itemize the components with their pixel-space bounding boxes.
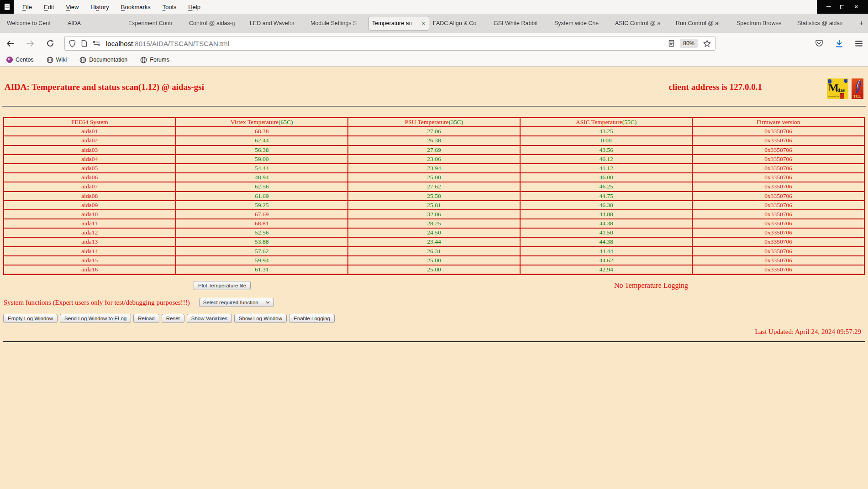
pocket-icon[interactable] <box>815 39 823 47</box>
table-cell: 44.62 <box>520 256 692 265</box>
bookmark-star-icon[interactable] <box>703 40 711 47</box>
logging-status: No Temperature Logging <box>614 281 688 290</box>
table-cell: 68.38 <box>176 127 348 136</box>
hamburger-menu-icon[interactable] <box>855 41 863 47</box>
table-cell: 26.31 <box>348 247 520 256</box>
table-header-row: FEE64 SystemVirtex Temperature(65C)PSU T… <box>4 118 865 127</box>
table-cell: 41.12 <box>520 164 692 173</box>
show-log-window-button[interactable]: Show Log Window <box>234 314 287 323</box>
column-header: FEE64 System <box>4 118 176 127</box>
zoom-level-badge[interactable]: 80% <box>680 39 698 48</box>
table-cell: 59.25 <box>176 201 348 210</box>
table-cell: aida10 <box>4 210 176 219</box>
chevron-down-icon <box>266 301 270 304</box>
tab-label: Statistics @ aidas <box>797 20 852 26</box>
empty-log-window-button[interactable]: Empty Log Window <box>3 314 58 323</box>
tab-14[interactable]: Statistics @ aidas <box>794 14 855 33</box>
show-variables-button[interactable]: Show Variables <box>187 314 232 323</box>
table-cell: 44.38 <box>520 237 692 246</box>
table-row: aida0648.9425.0046.000x3350706 <box>4 173 865 182</box>
table-cell: 0x3350706 <box>692 146 864 155</box>
tab-3[interactable]: Experiment Contr <box>125 14 186 33</box>
menu-help[interactable]: Help <box>184 2 205 12</box>
midas-logo[interactable]: M idas powered by <box>827 78 848 99</box>
tab-13[interactable]: Spectrum Browse <box>733 14 794 33</box>
table-cell: 46.00 <box>520 173 692 182</box>
reset-button[interactable]: Reset <box>162 314 184 323</box>
close-icon[interactable]: ✕ <box>854 4 858 10</box>
table-row: aida0459.0023.0646.120x3350706 <box>4 155 865 164</box>
maximize-icon[interactable] <box>840 5 844 9</box>
table-cell: 27.69 <box>348 146 520 155</box>
download-icon[interactable] <box>836 40 843 47</box>
tab-8[interactable]: FADC Align & Co <box>430 14 490 33</box>
table-cell: 25.81 <box>348 201 520 210</box>
tab-4[interactable]: Control @ aidas-g <box>186 14 247 33</box>
table-row: aida0762.5627.6246.250x3350706 <box>4 182 865 191</box>
minimize-icon[interactable] <box>826 6 831 7</box>
tab-12[interactable]: Run Control @ ai <box>673 14 733 33</box>
column-header: ASIC Temperature(55C) <box>520 118 692 127</box>
forward-icon[interactable] <box>26 40 34 47</box>
tab-6[interactable]: Module Settings S <box>307 14 368 33</box>
tab-label: FADC Align & Co <box>433 20 487 26</box>
table-cell: 44.75 <box>520 192 692 201</box>
url-text[interactable]: localhost:8015/AIDA/TSCAN/TSCAN.tml <box>106 40 668 47</box>
table-cell: 43.56 <box>520 146 692 155</box>
table-cell: 57.62 <box>176 247 348 256</box>
system-functions-row: System functions (Expert users only for … <box>0 298 868 307</box>
tab-strip: Welcome to CentAIDAExperiment ContrContr… <box>0 14 868 33</box>
tab-7[interactable]: Temperature an✕ <box>368 16 429 31</box>
plot-temperature-button[interactable]: Plot Temperature file <box>194 281 251 290</box>
reload-button[interactable]: Reload <box>133 314 159 323</box>
menu-file[interactable]: File <box>18 2 36 12</box>
menu-tools[interactable]: Tools <box>158 2 180 12</box>
tab-10[interactable]: System wide Che <box>551 14 612 33</box>
reload-icon[interactable] <box>47 40 54 47</box>
function-select[interactable]: Select required function <box>199 298 274 307</box>
menu-view[interactable]: View <box>62 2 83 12</box>
tab-11[interactable]: ASIC Control @ a <box>612 14 673 33</box>
page-content: AIDA: Temperature and status scan(1.12) … <box>0 67 868 342</box>
tab-close-icon[interactable]: ✕ <box>421 21 426 26</box>
tab-9[interactable]: GSI White Rabbit <box>490 14 551 33</box>
bookmark-wiki[interactable]: Wiki <box>47 57 67 63</box>
shield-icon[interactable] <box>69 40 76 47</box>
table-row: aida0168.3827.0643.250x3350706 <box>4 127 865 136</box>
menu-history[interactable]: History <box>86 2 113 12</box>
menu-bookmarks[interactable]: Bookmarks <box>117 2 155 12</box>
table-cell: 0x3350706 <box>692 265 864 275</box>
send-log-to-elog-button[interactable]: Send Log Window to ELog <box>60 314 131 323</box>
table-cell: aida02 <box>4 136 176 145</box>
bookmark-centos[interactable]: Centos <box>6 57 34 63</box>
window-controls: ✕ <box>817 0 868 14</box>
tab-label: ASIC Control @ a <box>615 20 669 26</box>
tcl-logo[interactable]: TCL <box>852 78 863 99</box>
column-header: Firmware version <box>692 118 864 127</box>
column-header: PSU Temperature(35C) <box>348 118 520 127</box>
table-cell: 42.94 <box>520 265 692 275</box>
table-row: aida1067.6932.0644.880x3350706 <box>4 210 865 219</box>
page-title: AIDA: Temperature and status scan(1.12) … <box>5 78 669 92</box>
back-icon[interactable] <box>6 40 14 47</box>
tab-1[interactable]: Welcome to Cent <box>4 14 64 33</box>
tab-label: Run Control @ ai <box>676 20 730 26</box>
bookmark-documentation[interactable]: Documentation <box>79 57 127 63</box>
table-cell: 0x3350706 <box>692 155 864 164</box>
tab-label: Spectrum Browse <box>736 20 791 26</box>
midas-logo-text: idas <box>836 87 845 93</box>
table-cell: 0x3350706 <box>692 192 864 201</box>
table-cell: 67.69 <box>176 210 348 219</box>
page-info-icon[interactable] <box>81 40 87 47</box>
new-tab-button[interactable]: + <box>855 14 868 33</box>
tab-5[interactable]: LED and Wavefor <box>247 14 307 33</box>
table-cell: aida11 <box>4 219 176 228</box>
menu-edit[interactable]: Edit <box>40 2 58 12</box>
table-cell: 54.44 <box>176 164 348 173</box>
table-cell: 0.00 <box>520 136 692 145</box>
tab-2[interactable]: AIDA <box>64 14 125 33</box>
url-bar[interactable]: localhost:8015/AIDA/TSCAN/TSCAN.tml 80% <box>64 36 715 51</box>
bookmark-forums[interactable]: Forums <box>140 57 169 63</box>
enable-logging-button[interactable]: Enable Logging <box>289 314 335 323</box>
reader-mode-icon[interactable] <box>668 40 674 47</box>
